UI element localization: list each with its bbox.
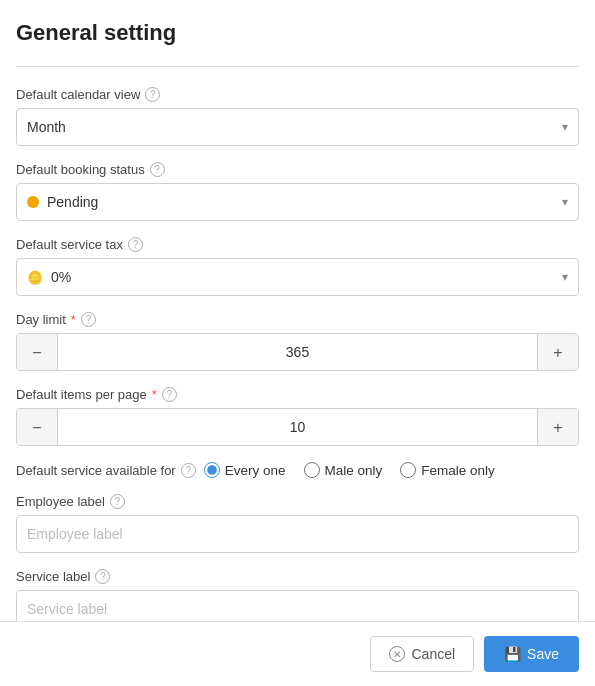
- day-limit-stepper: − 365 +: [16, 333, 579, 371]
- radio-male-only-input[interactable]: [304, 462, 320, 478]
- items-per-page-stepper: − 10 +: [16, 408, 579, 446]
- service-tax-help-icon[interactable]: ?: [128, 237, 143, 252]
- footer: ✕ Cancel 💾 Save: [0, 621, 595, 686]
- page-title: General setting: [16, 20, 579, 46]
- save-floppy-icon: 💾: [504, 646, 521, 662]
- booking-status-field: Default booking status ? Pending ▾: [16, 162, 579, 221]
- content-area: General setting Default calendar view ? …: [0, 0, 595, 621]
- cancel-circle-icon: ✕: [389, 646, 405, 662]
- radio-female-only-input[interactable]: [400, 462, 416, 478]
- calendar-view-value: Month: [27, 119, 562, 135]
- service-tax-select[interactable]: 🪙 0% ▾: [16, 258, 579, 296]
- day-limit-required-star: *: [71, 312, 76, 327]
- day-limit-decrement-button[interactable]: −: [17, 334, 57, 371]
- radio-every-one[interactable]: Every one: [204, 462, 286, 478]
- service-tax-label: Default service tax ?: [16, 237, 579, 252]
- radio-female-only[interactable]: Female only: [400, 462, 495, 478]
- radio-male-only[interactable]: Male only: [304, 462, 383, 478]
- employee-label-help-icon[interactable]: ?: [110, 494, 125, 509]
- radio-male-only-label: Male only: [325, 463, 383, 478]
- radio-every-one-label: Every one: [225, 463, 286, 478]
- day-limit-help-icon[interactable]: ?: [81, 312, 96, 327]
- calendar-view-chevron-icon: ▾: [562, 120, 568, 134]
- available-for-help-icon[interactable]: ?: [181, 463, 196, 478]
- calendar-view-select[interactable]: Month ▾: [16, 108, 579, 146]
- tax-icon: 🪙: [27, 270, 43, 285]
- booking-status-value: Pending: [27, 194, 562, 210]
- page: General setting Default calendar view ? …: [0, 0, 595, 686]
- items-per-page-value: 10: [57, 409, 538, 445]
- items-per-page-required-star: *: [152, 387, 157, 402]
- booking-status-label: Default booking status ?: [16, 162, 579, 177]
- available-for-row: Default service available for ? Every on…: [16, 462, 579, 478]
- employee-label-input[interactable]: [16, 515, 579, 553]
- service-tax-chevron-icon: ▾: [562, 270, 568, 284]
- booking-status-select[interactable]: Pending ▾: [16, 183, 579, 221]
- items-per-page-help-icon[interactable]: ?: [162, 387, 177, 402]
- radio-female-only-label: Female only: [421, 463, 495, 478]
- service-label-field: Service label ?: [16, 569, 579, 621]
- service-label-help-icon[interactable]: ?: [95, 569, 110, 584]
- calendar-view-label: Default calendar view ?: [16, 87, 579, 102]
- radio-every-one-input[interactable]: [204, 462, 220, 478]
- employee-label-field: Employee label ?: [16, 494, 579, 553]
- day-limit-label: Day limit * ?: [16, 312, 579, 327]
- day-limit-value: 365: [57, 334, 538, 370]
- booking-status-chevron-icon: ▾: [562, 195, 568, 209]
- calendar-view-field: Default calendar view ? Month ▾: [16, 87, 579, 146]
- title-divider: [16, 66, 579, 67]
- calendar-view-help-icon[interactable]: ?: [145, 87, 160, 102]
- day-limit-field: Day limit * ? − 365 +: [16, 312, 579, 371]
- service-label-input[interactable]: [16, 590, 579, 621]
- booking-status-help-icon[interactable]: ?: [150, 162, 165, 177]
- save-button[interactable]: 💾 Save: [484, 636, 579, 672]
- employee-label-label: Employee label ?: [16, 494, 579, 509]
- pending-dot-icon: [27, 196, 39, 208]
- day-limit-increment-button[interactable]: +: [538, 334, 578, 371]
- available-for-field: Default service available for ? Every on…: [16, 462, 579, 478]
- cancel-button[interactable]: ✕ Cancel: [370, 636, 474, 672]
- items-per-page-label: Default items per page * ?: [16, 387, 579, 402]
- items-per-page-field: Default items per page * ? − 10 +: [16, 387, 579, 446]
- service-tax-value: 🪙 0%: [27, 269, 562, 285]
- available-for-label: Default service available for ?: [16, 463, 196, 478]
- service-tax-field: Default service tax ? 🪙 0% ▾: [16, 237, 579, 296]
- items-per-page-decrement-button[interactable]: −: [17, 409, 57, 446]
- items-per-page-increment-button[interactable]: +: [538, 409, 578, 446]
- service-label-label: Service label ?: [16, 569, 579, 584]
